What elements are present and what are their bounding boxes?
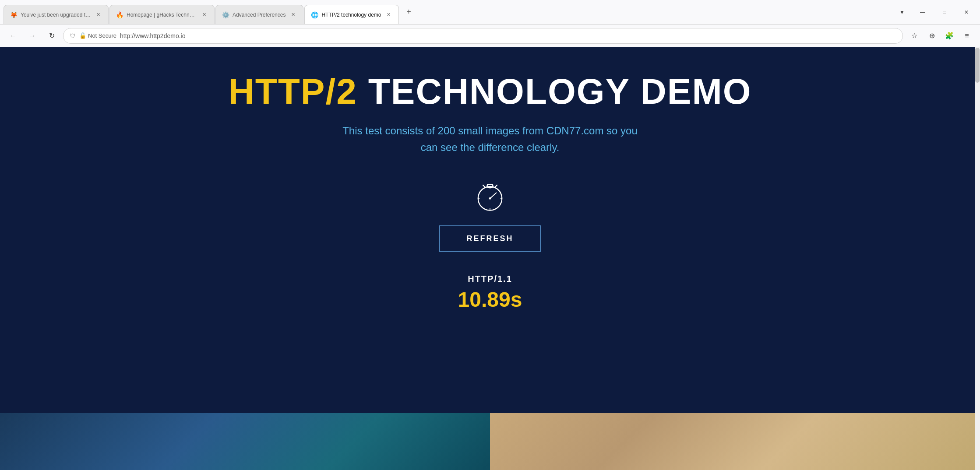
maximize-button[interactable]: □ [934, 5, 955, 19]
subtitle-line2: can see the difference clearly. [421, 141, 560, 153]
security-indicator: 🔓 Not Secure [79, 32, 116, 39]
url-bar[interactable]: 🛡 🔓 Not Secure http://www.http2demo.io [63, 28, 903, 44]
svg-line-6 [490, 193, 496, 198]
toolbar-actions: ☆ ⊕ 🧩 ≡ [906, 28, 975, 44]
page-heading: HTTP/2 TECHNOLOGY DEMO [228, 74, 751, 109]
not-secure-label: Not Secure [88, 32, 116, 39]
tab-4-title: HTTP/2 technology demo [321, 12, 381, 18]
tab-2[interactable]: 🔥 Homepage | gHacks Technolog ✕ [109, 5, 215, 24]
tab-3-close[interactable]: ✕ [289, 11, 297, 19]
tab-1-close[interactable]: ✕ [94, 11, 102, 19]
tab-group: 🦊 You've just been upgraded to F ✕ 🔥 Hom… [4, 0, 895, 24]
title-bar: 🦊 You've just been upgraded to F ✕ 🔥 Hom… [0, 0, 980, 25]
url-text: http://www.http2demo.io [120, 32, 185, 39]
tab-4-active[interactable]: 🌐 HTTP/2 technology demo ✕ [304, 5, 399, 24]
heading-rest: TECHNOLOGY DEMO [357, 71, 752, 111]
tab-1-title: You've just been upgraded to F [21, 12, 91, 18]
extensions-button[interactable]: 🧩 [941, 28, 957, 44]
refresh-test-button[interactable]: REFRESH [439, 225, 540, 252]
menu-button[interactable]: ≡ [959, 28, 975, 44]
refresh-button[interactable]: ↻ [44, 28, 60, 44]
back-button[interactable]: ← [5, 28, 21, 44]
forward-button[interactable]: → [25, 28, 40, 44]
new-tab-button[interactable]: + [402, 5, 416, 19]
http-version-label: HTTP/1.1 [468, 274, 512, 284]
image-strip-left [0, 413, 490, 470]
page-subtitle: This test consists of 200 small images f… [342, 123, 638, 156]
image-strip-right [490, 413, 980, 470]
tab-dropdown-button[interactable]: ▼ [895, 5, 909, 19]
tab-2-close[interactable]: ✕ [200, 11, 208, 19]
page-content: HTTP/2 TECHNOLOGY DEMO This test consist… [0, 47, 980, 470]
lock-broken-icon: 🔓 [79, 32, 86, 39]
svg-line-4 [495, 185, 497, 187]
subtitle-line1: This test consists of 200 small images f… [342, 125, 638, 137]
tab-3[interactable]: ⚙️ Advanced Preferences ✕ [215, 5, 303, 24]
page-main: HTTP/2 TECHNOLOGY DEMO This test consist… [0, 47, 980, 342]
tab-2-title: Homepage | gHacks Technolog [127, 12, 197, 18]
tab-1[interactable]: 🦊 You've just been upgraded to F ✕ [4, 5, 109, 24]
http-time-value: 10.89s [458, 288, 522, 312]
tab-1-icon: 🦊 [10, 11, 17, 18]
tab-2-icon: 🔥 [116, 11, 123, 18]
scrollbar[interactable] [975, 47, 980, 470]
browser-window: 🦊 You've just been upgraded to F ✕ 🔥 Hom… [0, 0, 980, 470]
minimize-button[interactable]: — [913, 5, 933, 19]
tab-3-icon: ⚙️ [222, 11, 229, 18]
window-controls: — □ ✕ [913, 0, 976, 24]
tab-3-title: Advanced Preferences [233, 12, 286, 18]
shield-icon: 🛡 [70, 32, 76, 39]
close-button[interactable]: ✕ [956, 5, 976, 19]
tab-4-close[interactable]: ✕ [384, 11, 392, 19]
pocket-button[interactable]: ⊕ [924, 28, 940, 44]
image-strip [0, 413, 980, 470]
scrollbar-thumb[interactable] [975, 48, 980, 83]
svg-line-3 [483, 185, 485, 187]
heading-http2: HTTP/2 [228, 71, 357, 111]
stopwatch-icon [472, 178, 508, 215]
bookmark-button[interactable]: ☆ [906, 28, 922, 44]
address-bar: ← → ↻ 🛡 🔓 Not Secure http://www.http2dem… [0, 25, 980, 47]
tab-4-icon: 🌐 [311, 11, 318, 18]
